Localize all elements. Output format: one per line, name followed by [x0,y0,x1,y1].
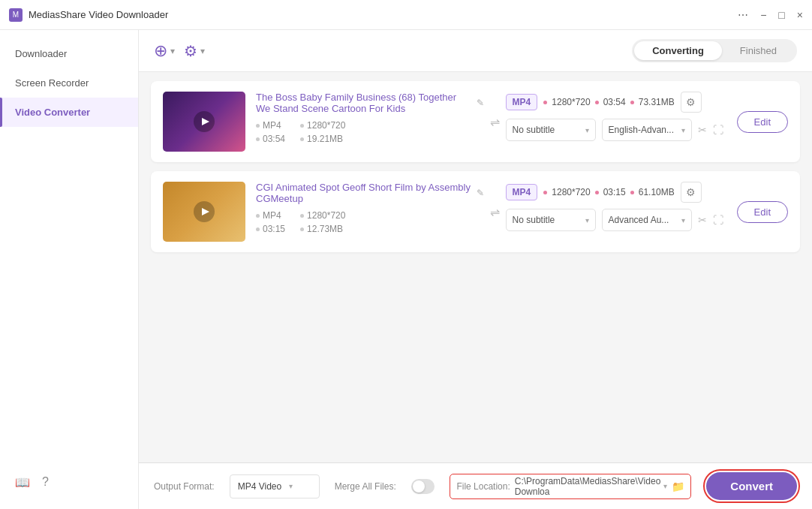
video-meta-2: MP4 03:15 [256,210,484,234]
output-meta-2: 1280*720 03:15 61.10MB [543,187,674,197]
app-icon: M [9,8,23,22]
settings-icon: ⚙ [184,42,197,60]
title-edit-icon-2[interactable]: ✎ [477,188,484,198]
audio-select-1[interactable]: English-Advan... ▾ [602,119,692,141]
output-dot-4 [543,191,547,194]
active-indicator [0,98,2,127]
edit-button-1[interactable]: Edit [737,111,788,133]
bottom-bar: Output Format: MP4 Video ▾ Merge All Fil… [139,462,812,509]
output-settings-2[interactable]: ⚙ [681,182,702,203]
book-icon[interactable]: 📖 [15,475,30,489]
video-thumbnail-2 [163,182,245,242]
video-title-2: CGI Animated Spot Geoff Short Film by As… [256,182,484,204]
file-path-dropdown-arrow: ▾ [663,482,667,490]
card-left-1: The Boss Baby Family Business (68) Toget… [163,92,484,152]
sidebar-item-label: Downloader [15,48,67,59]
scissors-icon-2[interactable]: ✂ [698,214,707,226]
output-format-label: Output Format: [154,481,215,492]
audio-dropdown-arrow-2: ▾ [681,216,685,224]
add-video-button[interactable]: ⊕ ▾ [154,41,175,61]
crop-icon-1[interactable]: ⛶ [713,124,723,136]
edit-button-2[interactable]: Edit [737,201,788,223]
app-title: MediasShare Video Downloader [29,9,168,20]
toolbar: ⊕ ▾ ⚙ ▾ Converting Finished [139,30,812,72]
card-row-2: CGI Animated Spot Geoff Short Film by As… [163,182,788,242]
main-content: ⊕ ▾ ⚙ ▾ Converting Finished [139,30,812,509]
subtitle-dropdown-arrow-1: ▾ [585,126,589,134]
convert-arrow-1: ⇌ [490,115,500,129]
output-settings-1[interactable]: ⚙ [681,92,702,113]
title-edit-icon-1[interactable]: ✎ [477,98,484,108]
video-card-2: CGI Animated Spot Geoff Short Film by As… [151,171,800,252]
sidebar-item-label: Screen Recorder [15,77,89,89]
tab-finished[interactable]: Finished [722,41,795,60]
sidebar: Downloader Screen Recorder Video Convert… [0,30,139,509]
merge-files-label: Merge All Files: [335,481,396,492]
add-icon: ⊕ [154,41,167,61]
dot-icon [256,214,260,218]
output-dot-2 [595,101,599,104]
tab-switcher: Converting Finished [632,39,797,62]
audio-select-2[interactable]: Advanced Au... ▾ [602,209,692,231]
sidebar-item-downloader[interactable]: Downloader [0,39,138,68]
file-path-select[interactable]: C:\ProgramData\MediasShare\Video Downloa… [515,476,668,497]
maximize-button[interactable]: □ [778,9,784,21]
help-icon[interactable]: ? [42,475,49,489]
input-format-1: MP4 [256,120,285,131]
output-format-tag-2: MP4 [506,184,538,200]
title-bar-left: M MediasShare Video Downloader [9,8,168,22]
video-thumbnail-1 [163,92,245,152]
sidebar-item-label: Video Converter [15,107,90,118]
tab-converting[interactable]: Converting [634,41,722,60]
input-res-group-1: 1280*720 19.21MB [300,120,345,144]
thumb-overlay-1 [163,92,245,152]
dot-icon [300,214,304,218]
output-bottom-2: No subtitle ▾ Advanced Au... ▾ ✂ ⛶ [506,209,731,231]
play-icon [194,111,215,132]
play-icon-2 [194,201,215,222]
format-dropdown-arrow: ▾ [289,482,293,490]
folder-icon[interactable]: 📁 [672,480,684,492]
output-dot-1 [543,101,547,104]
sidebar-item-video-converter[interactable]: Video Converter [0,98,138,127]
input-res-group-2: 1280*720 12.73MB [300,210,345,234]
crop-icon-2[interactable]: ⛶ [713,214,723,226]
convert-button[interactable]: Convert [706,472,797,500]
input-duration-1: 03:54 [256,134,285,144]
output-top-2: MP4 1280*720 03:15 61.10MB ⚙ [506,182,731,203]
input-resolution-2: 1280*720 [300,210,345,221]
output-section-2: MP4 1280*720 03:15 61.10MB ⚙ [506,182,731,242]
output-dot-6 [630,191,634,194]
input-duration-2: 03:15 [256,224,285,234]
sidebar-item-screen-recorder[interactable]: Screen Recorder [0,68,138,98]
video-list: The Boss Baby Family Business (68) Toget… [139,72,812,462]
output-bottom-1: No subtitle ▾ English-Advan... ▾ ✂ ⛶ [506,119,731,141]
close-button[interactable]: × [797,9,803,21]
settings-dropdown-arrow: ▾ [200,46,205,56]
scissors-icon-1[interactable]: ✂ [698,124,707,136]
merge-toggle[interactable] [411,479,435,494]
dot-icon [256,227,260,231]
subtitle-select-1[interactable]: No subtitle ▾ [506,119,596,141]
dot-icon [300,124,304,128]
dot-icon [256,124,260,128]
output-format-tag-1: MP4 [506,94,538,110]
sidebar-bottom: 📖 ? [0,465,138,500]
toggle-knob [413,480,425,492]
file-location-label: File Location: [456,481,510,492]
subtitle-dropdown-arrow-2: ▾ [585,216,589,224]
menu-button[interactable]: ⋯ [738,9,748,21]
output-meta-1: 1280*720 03:54 73.31MB [543,97,674,107]
minimize-button[interactable]: − [760,9,766,21]
subtitle-select-2[interactable]: No subtitle ▾ [506,209,596,231]
title-bar: M MediasShare Video Downloader ⋯ − □ × [0,0,812,30]
settings-button[interactable]: ⚙ ▾ [184,42,205,60]
video-info-2: CGI Animated Spot Geoff Short Film by As… [256,182,484,234]
output-dot-5 [595,191,599,194]
video-info-1: The Boss Baby Family Business (68) Toget… [256,92,484,144]
app-body: Downloader Screen Recorder Video Convert… [0,30,812,509]
output-format-select[interactable]: MP4 Video ▾ [230,474,320,498]
input-size-2: 12.73MB [300,224,345,234]
output-section-1: MP4 1280*720 03:54 73.31MB ⚙ [506,92,731,152]
input-format-2: MP4 [256,210,285,221]
